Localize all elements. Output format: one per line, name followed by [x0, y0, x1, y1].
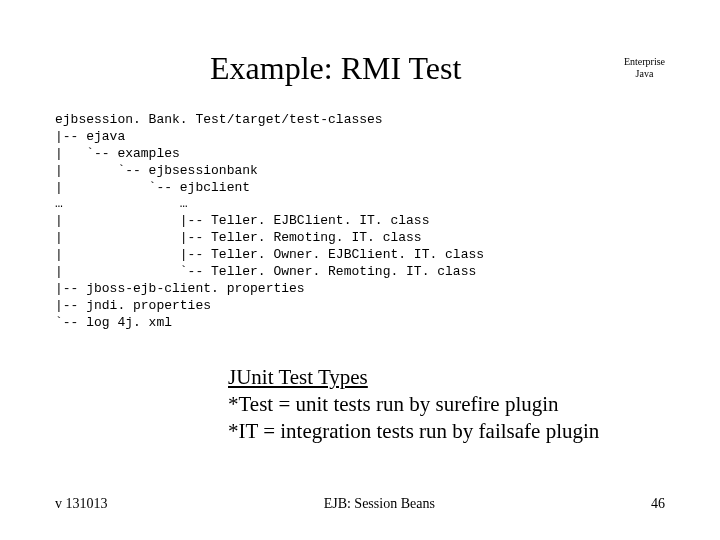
- notes-block: JUnit Test Types *Test = unit tests run …: [0, 332, 720, 446]
- notes-line-1: *Test = unit tests run by surefire plugi…: [228, 391, 720, 418]
- notes-heading: JUnit Test Types: [228, 364, 720, 391]
- header-row: Example: RMI Test Enterprise Java: [0, 0, 720, 87]
- footer-section: EJB: Session Beans: [108, 496, 652, 512]
- corner-label-line1: Enterprise: [624, 56, 665, 68]
- footer-version: v 131013: [55, 496, 108, 512]
- corner-label: Enterprise Java: [624, 56, 665, 80]
- corner-label-line2: Java: [624, 68, 665, 80]
- slide-title: Example: RMI Test: [210, 50, 461, 87]
- directory-tree: ejbsession. Bank. Test/target/test-class…: [0, 87, 720, 332]
- footer-page-number: 46: [651, 496, 665, 512]
- footer-row: v 131013 EJB: Session Beans 46: [0, 496, 720, 512]
- notes-line-2: *IT = integration tests run by failsafe …: [228, 418, 720, 445]
